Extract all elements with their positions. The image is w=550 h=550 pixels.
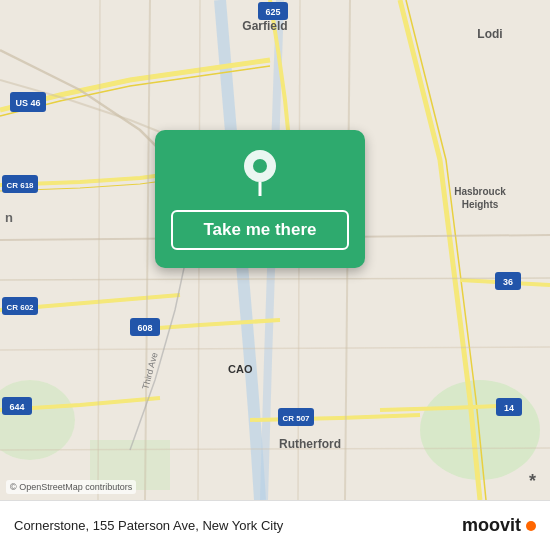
svg-point-31 [253,159,267,173]
pin-icon-wrapper [240,148,280,200]
moovit-logo: moovit [462,515,536,536]
svg-text:608: 608 [137,323,152,333]
bottom-bar: Cornerstone, 155 Paterson Ave, New York … [0,500,550,550]
moovit-dot [526,521,536,531]
svg-text:36: 36 [503,277,513,287]
asterisk-decoration: * [529,471,536,492]
map-container[interactable]: US 46 625 CR 618 CR 602 644 36 CR 507 60… [0,0,550,500]
svg-text:625: 625 [265,7,280,17]
map-pin-icon [240,148,280,196]
svg-text:CR 602: CR 602 [6,303,34,312]
svg-text:Heights: Heights [462,199,499,210]
svg-text:CR 618: CR 618 [6,181,34,190]
osm-attribution: © OpenStreetMap contributors [6,480,136,494]
action-card: Take me there [155,130,365,268]
svg-text:US 46: US 46 [15,98,40,108]
take-me-there-button[interactable]: Take me there [171,210,349,250]
svg-text:Garfield: Garfield [242,19,287,33]
svg-text:Lodi: Lodi [477,27,502,41]
location-text: Cornerstone, 155 Paterson Ave, New York … [14,518,462,533]
svg-text:644: 644 [9,402,24,412]
svg-text:14: 14 [504,403,514,413]
svg-text:Hasbrouck: Hasbrouck [454,186,506,197]
svg-text:n: n [5,210,13,225]
svg-point-1 [420,380,540,480]
moovit-wordmark: moovit [462,515,521,536]
svg-text:CR 507: CR 507 [282,414,310,423]
svg-text:Rutherford: Rutherford [279,437,341,451]
